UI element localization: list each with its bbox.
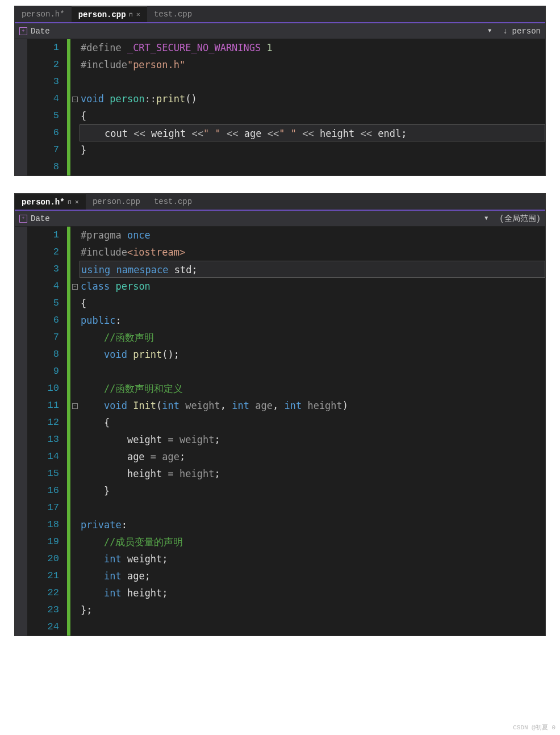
line-number: 7: [27, 141, 59, 158]
fold-toggle-icon[interactable]: −: [72, 403, 78, 409]
code-line[interactable]: weight = weight;: [80, 431, 545, 448]
file-tab[interactable]: person.cpp: [86, 194, 147, 210]
file-tab[interactable]: person.cpp⊓✕: [72, 6, 147, 22]
code-line[interactable]: cout << weight <<" " << age <<" " << hei…: [80, 124, 545, 141]
chevron-down-icon[interactable]: ▼: [488, 28, 491, 34]
line-number: 21: [27, 567, 59, 584]
code-line[interactable]: void print();: [80, 346, 545, 363]
code-line[interactable]: using namespace std;: [80, 261, 545, 278]
editor-window-bottom: person.h*⊓✕person.cpptest.cpp + Date ▼ (…: [14, 193, 546, 636]
line-number: 16: [27, 482, 59, 499]
tab-label: person.h*: [22, 10, 65, 19]
member-dropdown[interactable]: (全局范围): [499, 214, 541, 224]
line-number: 22: [27, 584, 59, 602]
tab-label: test.cpp: [154, 10, 192, 19]
code-lines[interactable]: #define _CRT_SECURE_NO_WARNINGS 1#includ…: [80, 39, 545, 176]
code-line[interactable]: #define _CRT_SECURE_NO_WARNINGS 1: [80, 39, 545, 56]
chevron-down-icon[interactable]: ▼: [484, 215, 488, 222]
pin-icon[interactable]: ⊓: [68, 199, 72, 206]
arrow-down-icon: ↓: [503, 27, 507, 36]
code-line[interactable]: };: [80, 602, 545, 619]
line-number: 18: [27, 516, 59, 533]
code-line[interactable]: private:: [80, 516, 545, 533]
line-number: 6: [27, 312, 59, 329]
code-line[interactable]: [80, 499, 545, 516]
line-number: 5: [27, 295, 59, 312]
close-icon[interactable]: ✕: [75, 198, 79, 206]
line-number: 4: [27, 278, 59, 295]
tab-bar: person.h*person.cpp⊓✕test.cpp: [15, 6, 545, 23]
line-number: 11: [27, 397, 59, 414]
tab-label: test.cpp: [154, 197, 192, 206]
line-number: 14: [27, 448, 59, 465]
code-area[interactable]: 12345678 − #define _CRT_SECURE_NO_WARNIN…: [15, 39, 545, 176]
line-number: 20: [27, 550, 59, 567]
code-lines[interactable]: #pragma once#include<iostream>using name…: [80, 227, 545, 636]
code-line[interactable]: int weight;: [80, 550, 545, 567]
code-line[interactable]: [80, 158, 545, 176]
code-line[interactable]: //成员变量的声明: [80, 533, 545, 550]
code-line[interactable]: int height;: [80, 584, 545, 602]
nav-bar: + Date ▼ ↓ person: [15, 23, 545, 39]
code-line[interactable]: {: [80, 295, 545, 312]
code-line[interactable]: {: [80, 107, 545, 124]
tab-bar: person.h*⊓✕person.cpptest.cpp: [15, 194, 545, 211]
code-line[interactable]: int age;: [80, 567, 545, 584]
line-number: 10: [27, 380, 59, 397]
code-line[interactable]: void person::print(): [80, 90, 545, 107]
member-dropdown[interactable]: person: [512, 27, 541, 36]
code-line[interactable]: {: [80, 414, 545, 431]
file-tab[interactable]: person.h*⊓✕: [15, 194, 86, 210]
line-number: 5: [27, 107, 59, 124]
line-number: 3: [27, 261, 59, 278]
line-number: 9: [27, 363, 59, 380]
scope-icon[interactable]: +: [19, 215, 27, 223]
line-gutter: 123456789101112131415161718192021222324: [27, 227, 67, 636]
fold-toggle-icon[interactable]: −: [72, 284, 78, 290]
line-number: 23: [27, 602, 59, 619]
code-line[interactable]: [80, 619, 545, 636]
code-line[interactable]: height = height;: [80, 465, 545, 482]
code-line[interactable]: age = age;: [80, 448, 545, 465]
line-number: 12: [27, 414, 59, 431]
code-line[interactable]: class person: [80, 278, 545, 295]
margin-strip: [15, 39, 27, 176]
editor-window-top: person.h*person.cpp⊓✕test.cpp + Date ▼ ↓…: [14, 6, 546, 176]
tab-label: person.cpp: [78, 10, 126, 19]
code-line[interactable]: #include<iostream>: [80, 244, 545, 261]
line-gutter: 12345678: [27, 39, 67, 176]
line-number: 1: [27, 39, 59, 56]
code-line[interactable]: //函数声明和定义: [80, 380, 545, 397]
line-number: 3: [27, 73, 59, 90]
margin-strip: [15, 227, 27, 636]
code-line[interactable]: #pragma once: [80, 227, 545, 244]
line-number: 8: [27, 346, 59, 363]
fold-toggle-icon[interactable]: −: [72, 97, 78, 102]
line-number: 1: [27, 227, 59, 244]
nav-bar: + Date ▼ (全局范围): [15, 211, 545, 227]
code-area[interactable]: 123456789101112131415161718192021222324 …: [15, 227, 545, 636]
file-tab[interactable]: test.cpp: [147, 194, 199, 210]
code-line[interactable]: [80, 363, 545, 380]
close-icon[interactable]: ✕: [136, 10, 140, 19]
file-tab[interactable]: person.h*: [15, 6, 72, 22]
code-line[interactable]: public:: [80, 312, 545, 329]
line-number: 19: [27, 533, 59, 550]
code-line[interactable]: //函数声明: [80, 329, 545, 346]
pin-icon[interactable]: ⊓: [129, 11, 133, 18]
scope-dropdown[interactable]: Date: [31, 214, 50, 223]
code-line[interactable]: }: [80, 482, 545, 499]
code-line[interactable]: void Init(int weight, int age, int heigh…: [80, 397, 545, 414]
code-line[interactable]: #include"person.h": [80, 56, 545, 73]
scope-dropdown[interactable]: Date: [31, 27, 50, 36]
line-number: 13: [27, 431, 59, 448]
line-number: 4: [27, 90, 59, 107]
tab-label: person.cpp: [93, 197, 140, 206]
line-number: 6: [27, 124, 59, 141]
code-line[interactable]: [80, 73, 545, 90]
fold-strip: −: [70, 39, 80, 176]
scope-icon[interactable]: +: [19, 27, 27, 35]
file-tab[interactable]: test.cpp: [147, 6, 199, 22]
code-line[interactable]: }: [80, 141, 545, 158]
tab-label: person.h*: [22, 198, 65, 207]
